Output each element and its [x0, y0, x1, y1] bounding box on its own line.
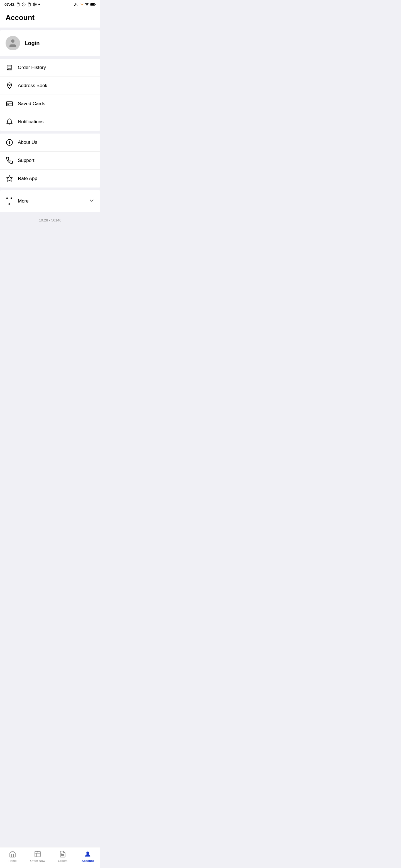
star-icon — [6, 175, 13, 183]
phone-icon — [6, 157, 13, 164]
menu-item-order-history[interactable]: Order History — [0, 59, 100, 76]
more-section: • • • More — [0, 190, 100, 212]
info-icon — [22, 2, 26, 6]
svg-rect-15 — [6, 101, 12, 106]
status-icons — [74, 2, 96, 6]
menu-item-saved-cards[interactable]: Saved Cards — [0, 95, 100, 113]
menu-section-2: About Us Support Rate App — [0, 133, 100, 187]
card-icon — [6, 100, 13, 108]
svg-point-14 — [9, 84, 10, 85]
svg-rect-10 — [95, 4, 95, 5]
sim2-icon — [27, 2, 31, 6]
more-button[interactable]: • • • More — [0, 190, 100, 212]
chevron-down-icon — [89, 197, 95, 205]
status-bar: 07:42 — [0, 0, 100, 9]
menu-section-1: Order History Address Book Saved Cards — [0, 59, 100, 131]
key-icon — [79, 2, 84, 6]
user-icon — [8, 38, 18, 48]
menu-item-rate-app[interactable]: Rate App — [0, 169, 100, 187]
svg-marker-21 — [6, 176, 12, 181]
menu-item-notifications[interactable]: Notifications — [0, 113, 100, 131]
dot-indicator — [38, 4, 40, 5]
status-left: 07:42 — [4, 2, 40, 7]
status-time: 07:42 — [4, 2, 15, 7]
svg-rect-6 — [74, 5, 75, 6]
menu-item-address-book[interactable]: Address Book — [0, 76, 100, 95]
avatar — [6, 36, 20, 50]
battery-icon — [90, 2, 96, 6]
wifi-icon — [85, 2, 89, 6]
bell-icon — [6, 118, 13, 126]
cast-icon — [74, 2, 78, 6]
svg-rect-9 — [90, 4, 94, 5]
support-label: Support — [18, 158, 34, 163]
menu-item-support[interactable]: Support — [0, 151, 100, 169]
more-label: More — [18, 198, 29, 204]
rate-app-label: Rate App — [18, 176, 37, 181]
saved-cards-label: Saved Cards — [18, 101, 45, 106]
notifications-label: Notifications — [18, 119, 44, 125]
more-left: • • • More — [6, 195, 29, 207]
vpn-icon — [33, 2, 37, 6]
order-history-label: Order History — [18, 65, 46, 70]
info-circle-icon — [6, 138, 13, 146]
location-icon — [6, 82, 13, 90]
svg-point-11 — [11, 39, 15, 43]
more-dots-icon: • • • — [6, 195, 13, 207]
receipt-icon — [6, 64, 13, 71]
menu-item-about-us[interactable]: About Us — [0, 133, 100, 151]
address-book-label: Address Book — [18, 83, 47, 89]
login-section: Login — [0, 30, 100, 56]
svg-point-7 — [80, 4, 81, 5]
login-label: Login — [25, 40, 39, 46]
login-button[interactable]: Login — [0, 30, 100, 56]
page-title: Account — [0, 9, 100, 28]
sim-icon — [16, 2, 20, 6]
version-text: 10.28 - 50146 — [0, 215, 100, 228]
about-us-label: About Us — [18, 140, 37, 145]
